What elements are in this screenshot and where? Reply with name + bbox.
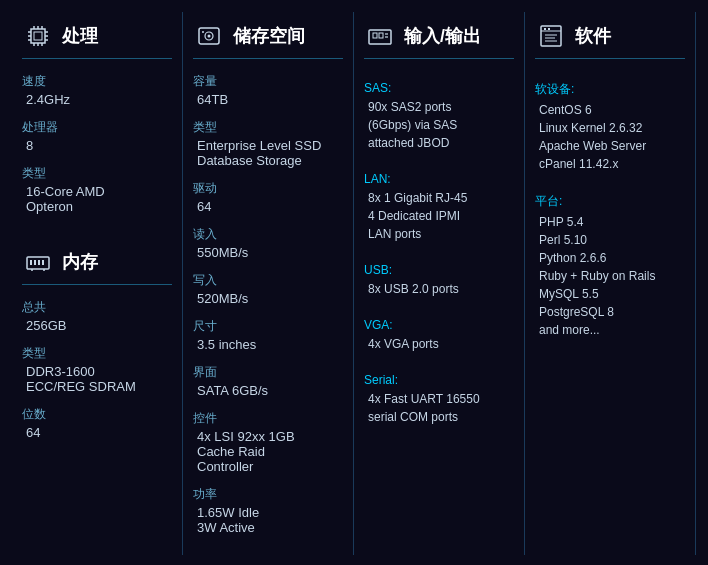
storage-title: 储存空间 — [233, 24, 305, 48]
storage-header: 储存空间 — [193, 20, 343, 59]
software-icon — [535, 20, 567, 52]
storage-read-group: 读入 550MB/s — [193, 226, 343, 260]
cpu-type-label: 类型 — [22, 165, 172, 182]
io-usb-label: USB: — [364, 263, 514, 277]
storage-size-label: 尺寸 — [193, 318, 343, 335]
ram-bits-value: 64 — [22, 425, 172, 440]
io-lan-value: 8x 1 Gigabit RJ-454 Dedicated IPMILAN po… — [364, 189, 514, 243]
cpu-speed-label: 速度 — [22, 73, 172, 90]
svg-rect-16 — [34, 260, 36, 265]
storage-write-group: 写入 520MB/s — [193, 272, 343, 306]
ram-type-value: DDR3-1600ECC/REG SDRAM — [22, 364, 172, 394]
io-vga-label: VGA: — [364, 318, 514, 332]
io-serial-value: 4x Fast UART 16550serial COM ports — [364, 390, 514, 426]
storage-controller-label: 控件 — [193, 410, 343, 427]
storage-write-label: 写入 — [193, 272, 343, 289]
io-serial-label: Serial: — [364, 373, 514, 387]
storage-type-group: 类型 Enterprise Level SSDDatabase Storage — [193, 119, 343, 168]
svg-rect-26 — [373, 33, 377, 38]
storage-read-label: 读入 — [193, 226, 343, 243]
ram-total-label: 总共 — [22, 299, 172, 316]
io-serial-group: Serial: 4x Fast UART 16550serial COM por… — [364, 365, 514, 426]
ram-icon — [22, 246, 54, 278]
io-vga-value: 4x VGA ports — [364, 335, 514, 353]
storage-size-value: 3.5 inches — [193, 337, 343, 352]
cpu-processors-value: 8 — [22, 138, 172, 153]
storage-icon — [193, 20, 225, 52]
storage-interface-label: 界面 — [193, 364, 343, 381]
cpu-column: 处理 速度 2.4GHz 处理器 8 类型 16-Core AMDOpteron — [12, 12, 183, 555]
io-sas-group: SAS: 90x SAS2 ports(6Gbps) via SASattach… — [364, 73, 514, 152]
io-usb-group: USB: 8x USB 2.0 ports — [364, 255, 514, 298]
software-column: 软件 软设备: CentOS 6Linux Kernel 2.6.32Apach… — [525, 12, 696, 555]
ram-header: 内存 — [22, 246, 172, 285]
software-os-group: 软设备: CentOS 6Linux Kernel 2.6.32Apache W… — [535, 73, 685, 173]
ram-bits-label: 位数 — [22, 406, 172, 423]
storage-capacity-group: 容量 64TB — [193, 73, 343, 107]
svg-rect-33 — [548, 28, 550, 30]
storage-power-label: 功率 — [193, 486, 343, 503]
software-title: 软件 — [575, 24, 611, 48]
software-platform-group: 平台: PHP 5.4Perl 5.10Python 2.6.6Ruby + R… — [535, 185, 685, 339]
io-usb-value: 8x USB 2.0 ports — [364, 280, 514, 298]
io-column: 输入/输出 SAS: 90x SAS2 ports(6Gbps) via SAS… — [354, 12, 525, 555]
storage-type-label: 类型 — [193, 119, 343, 136]
storage-controller-value: 4x LSI 92xx 1GBCache RaidController — [193, 429, 343, 474]
software-platform-value: PHP 5.4Perl 5.10Python 2.6.6Ruby + Ruby … — [535, 213, 685, 339]
storage-size-group: 尺寸 3.5 inches — [193, 318, 343, 352]
svg-rect-27 — [379, 33, 383, 38]
cpu-title: 处理 — [62, 24, 98, 48]
storage-power-group: 功率 1.65W Idle3W Active — [193, 486, 343, 535]
cpu-type-value: 16-Core AMDOpteron — [22, 184, 172, 214]
cpu-processors-group: 处理器 8 — [22, 119, 172, 153]
cpu-speed-value: 2.4GHz — [22, 92, 172, 107]
io-title: 输入/输出 — [404, 24, 481, 48]
io-vga-group: VGA: 4x VGA ports — [364, 310, 514, 353]
io-sas-label: SAS: — [364, 81, 514, 95]
software-os-label: 软设备: — [535, 81, 685, 98]
storage-read-value: 550MB/s — [193, 245, 343, 260]
ram-type-group: 类型 DDR3-1600ECC/REG SDRAM — [22, 345, 172, 394]
io-header: 输入/输出 — [364, 20, 514, 59]
storage-controller-group: 控件 4x LSI 92xx 1GBCache RaidController — [193, 410, 343, 474]
ram-bits-group: 位数 64 — [22, 406, 172, 440]
storage-type-value: Enterprise Level SSDDatabase Storage — [193, 138, 343, 168]
software-os-value: CentOS 6Linux Kernel 2.6.32Apache Web Se… — [535, 101, 685, 173]
storage-drives-value: 64 — [193, 199, 343, 214]
svg-rect-32 — [544, 28, 546, 30]
ram-total-value: 256GB — [22, 318, 172, 333]
cpu-icon — [22, 20, 54, 52]
storage-write-value: 520MB/s — [193, 291, 343, 306]
storage-capacity-value: 64TB — [193, 92, 343, 107]
storage-capacity-label: 容量 — [193, 73, 343, 90]
storage-interface-value: SATA 6GB/s — [193, 383, 343, 398]
cpu-processors-label: 处理器 — [22, 119, 172, 136]
software-header: 软件 — [535, 20, 685, 59]
cpu-speed-group: 速度 2.4GHz — [22, 73, 172, 107]
io-lan-group: LAN: 8x 1 Gigabit RJ-454 Dedicated IPMIL… — [364, 164, 514, 243]
svg-point-23 — [208, 35, 211, 38]
cpu-header: 处理 — [22, 20, 172, 59]
storage-column: 储存空间 容量 64TB 类型 Enterprise Level SSDData… — [183, 12, 354, 555]
ram-type-label: 类型 — [22, 345, 172, 362]
svg-rect-15 — [30, 260, 32, 265]
storage-drives-label: 驱动 — [193, 180, 343, 197]
svg-rect-1 — [34, 32, 42, 40]
svg-rect-17 — [38, 260, 40, 265]
io-lan-label: LAN: — [364, 172, 514, 186]
ram-total-group: 总共 256GB — [22, 299, 172, 333]
svg-rect-18 — [42, 260, 44, 265]
storage-power-value: 1.65W Idle3W Active — [193, 505, 343, 535]
cpu-type-group: 类型 16-Core AMDOpteron — [22, 165, 172, 214]
svg-rect-0 — [31, 29, 45, 43]
storage-drives-group: 驱动 64 — [193, 180, 343, 214]
ram-title: 内存 — [62, 250, 98, 274]
storage-interface-group: 界面 SATA 6GB/s — [193, 364, 343, 398]
io-sas-value: 90x SAS2 ports(6Gbps) via SASattached JB… — [364, 98, 514, 152]
software-platform-label: 平台: — [535, 193, 685, 210]
svg-point-24 — [202, 31, 204, 33]
io-icon — [364, 20, 396, 52]
